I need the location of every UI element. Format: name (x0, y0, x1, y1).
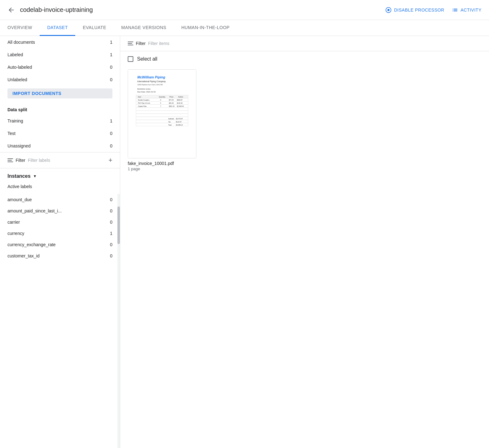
page-title: codelab-invoice-uptraining (20, 6, 380, 13)
filter-label: Filter (16, 158, 25, 163)
svg-text:$3,470.57: $3,470.57 (176, 118, 183, 120)
svg-text:Due Date: 2021-01-02: Due Date: 2021-01-02 (137, 91, 156, 93)
svg-text:$381.20: $381.20 (169, 106, 175, 107)
svg-text:1000 Pipeline Ave Clere, ID#17: 1000 Pipeline Ave Clere, ID#1790 (137, 84, 163, 86)
data-split-header: Data split (0, 103, 120, 115)
content-area: Filter Filter items Select all McWilliam… (120, 36, 489, 448)
content-filter-placeholder: Filter items (148, 41, 169, 46)
svg-text:$669.87: $669.87 (177, 99, 183, 101)
sidebar-item-unassigned[interactable]: Unassigned 0 (0, 140, 120, 152)
svg-text:$132.30: $132.30 (177, 102, 183, 104)
sidebar-item-test[interactable]: Test 0 (0, 127, 120, 140)
scrollbar-track (117, 194, 120, 448)
label-item-customer-tax-id[interactable]: customer_tax_id 0 (0, 250, 120, 261)
label-item-currency[interactable]: currency 1 (0, 228, 120, 239)
content-filter-bar: Filter Filter items (120, 36, 489, 51)
svg-text:PVC Pipe 12 inch: PVC Pipe 12 inch (138, 102, 150, 104)
svg-text:$26.46: $26.46 (169, 102, 174, 104)
svg-text:McWilliam Piping: McWilliam Piping (137, 75, 165, 79)
labels-list: amount_due 0 amount_paid_since_last_i...… (0, 194, 120, 448)
document-name: fake_invoice_10001.pdf (128, 161, 196, 166)
tab-overview[interactable]: OVERVIEW (0, 20, 40, 36)
document-thumbnail: McWilliam Piping International Piping Co… (128, 69, 196, 158)
document-card[interactable]: McWilliam Piping International Piping Co… (128, 69, 196, 171)
content-filter-icon (128, 42, 133, 45)
filter-labels-placeholder: Filter labels (28, 158, 50, 163)
svg-point-1 (388, 9, 390, 11)
filter-labels-left: Filter Filter labels (7, 158, 50, 163)
content-filter-label: Filter (136, 41, 146, 46)
svg-text:Tax: Tax (168, 121, 171, 123)
doc-counts-section: All documents 1 Labeled 1 Auto-labeled 0… (0, 36, 120, 86)
svg-text:$115.57: $115.57 (176, 121, 182, 123)
sidebar-item-auto-labeled[interactable]: Auto-labeled 0 (0, 61, 120, 73)
tab-evaluate[interactable]: EVALUATE (75, 20, 114, 36)
back-button[interactable] (7, 6, 15, 14)
import-documents-button[interactable]: IMPORT DOCUMENTS (7, 88, 112, 98)
topbar-actions: DISABLE PROCESSOR ACTIVITY (385, 7, 482, 13)
svg-text:Double Couplers: Double Couplers (138, 99, 150, 101)
add-filter-button[interactable]: + (108, 156, 112, 164)
svg-text:5: 5 (160, 102, 161, 104)
svg-text:$2,668.40: $2,668.40 (177, 106, 184, 107)
filter-icon (7, 158, 13, 162)
instances-header[interactable]: Instances ▼ (0, 168, 120, 182)
sidebar-item-labeled[interactable]: Labeled 1 (0, 48, 120, 61)
tab-navigation: OVERVIEW DATASET EVALUATE MANAGE VERSION… (0, 20, 489, 36)
select-all-row: Select all (120, 51, 489, 67)
svg-rect-30 (136, 114, 188, 117)
svg-text:9: 9 (160, 99, 161, 101)
instances-label: Instances (7, 173, 31, 179)
tab-manage-versions[interactable]: MANAGE VERSIONS (114, 20, 174, 36)
document-grid: McWilliam Piping International Piping Co… (120, 67, 489, 179)
svg-rect-28 (136, 107, 188, 111)
svg-text:Price: Price (170, 96, 173, 98)
svg-text:International Piping Company: International Piping Company (137, 80, 166, 83)
svg-text:7: 7 (160, 106, 161, 107)
svg-rect-29 (136, 111, 188, 114)
sidebar-item-training[interactable]: Training 1 (0, 115, 120, 127)
sidebar-item-all-documents[interactable]: All documents 1 (0, 36, 120, 48)
sidebar: All documents 1 Labeled 1 Auto-labeled 0… (0, 36, 120, 448)
svg-text:INVOICE 11011: INVOICE 11011 (137, 88, 151, 90)
activity-button[interactable]: ACTIVITY (452, 7, 482, 13)
instances-chevron-icon: ▼ (33, 174, 37, 178)
select-all-label[interactable]: Select all (137, 56, 157, 62)
filter-labels-bar: Filter Filter labels + (0, 152, 120, 168)
scrollbar-thumb[interactable] (117, 207, 120, 244)
sidebar-item-unlabeled[interactable]: Unlabeled 0 (0, 73, 120, 86)
svg-text:Subtotal: Subtotal (168, 118, 174, 120)
svg-text:$3,586.14: $3,586.14 (176, 124, 183, 126)
svg-text:Copper Pipe: Copper Pipe (138, 106, 147, 107)
svg-text:Item: Item (138, 96, 141, 98)
svg-text:$74.43: $74.43 (169, 99, 174, 101)
tab-dataset[interactable]: DATASET (40, 20, 75, 36)
tab-human-in-the-loop[interactable]: HUMAN-IN-THE-LOOP (174, 20, 237, 36)
label-item-carrier[interactable]: carrier 0 (0, 217, 120, 228)
label-item-amount-due[interactable]: amount_due 0 (0, 194, 120, 205)
label-item-amount-paid[interactable]: amount_paid_since_last_i... 0 (0, 205, 120, 217)
active-labels-header: Active labels (0, 182, 120, 194)
svg-text:Quantity: Quantity (159, 96, 165, 98)
label-item-currency-exchange-rate[interactable]: currency_exchange_rate 0 (0, 239, 120, 250)
main-layout: All documents 1 Labeled 1 Auto-labeled 0… (0, 36, 489, 448)
document-pages: 1 page (128, 167, 196, 171)
svg-text:Subtot: Subtot (178, 96, 183, 98)
disable-processor-button[interactable]: DISABLE PROCESSOR (385, 7, 444, 13)
topbar: codelab-invoice-uptraining DISABLE PROCE… (0, 0, 489, 20)
select-all-checkbox[interactable] (128, 56, 133, 62)
svg-text:Total: Total (168, 124, 171, 126)
